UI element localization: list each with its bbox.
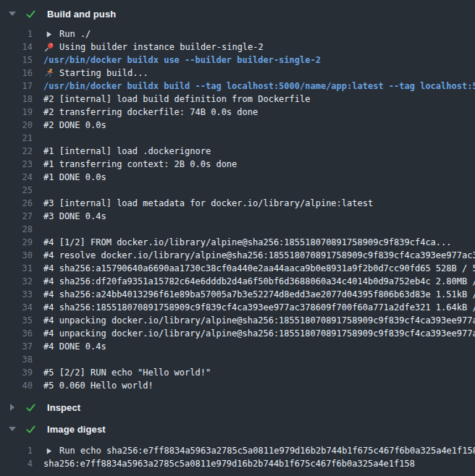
- line-number[interactable]: 30: [0, 250, 33, 260]
- log-text: Starting build...: [59, 68, 148, 78]
- section-title: Build and push: [47, 9, 116, 20]
- log-line: 4 sha256:e7ff8834a5963a2785c5a0811e979d1…: [0, 457, 475, 470]
- line-number[interactable]: 35: [0, 315, 33, 326]
- log-text: Using builder instance builder-single-2: [59, 42, 264, 52]
- log-line: 25: [0, 184, 475, 197]
- log-line: 32 #4 sha256:df20fa9351a15782c64e6dddb2d…: [0, 275, 475, 288]
- line-number[interactable]: 36: [0, 328, 33, 339]
- log-line: 26 #3 [internal] load metadata for docke…: [0, 197, 475, 210]
- log-text: #3 [internal] load metadata for docker.i…: [43, 198, 373, 208]
- section-header[interactable]: Inspect: [0, 399, 475, 415]
- line-number[interactable]: 28: [0, 224, 33, 234]
- log-text: #4 unpacking docker.io/library/alpine@sh…: [43, 315, 475, 326]
- log-text: #2 DONE 0.0s: [43, 120, 106, 130]
- log-text: #3 DONE 0.4s: [43, 211, 106, 221]
- log-line: 23 #1 transferring context: 2B 0.0s done: [0, 158, 475, 171]
- log-line: 34 #4 sha256:185518070891758909c9f839cf4…: [0, 301, 475, 314]
- play-icon[interactable]: [43, 446, 54, 456]
- log-text: #4 DONE 0.4s: [43, 341, 106, 352]
- line-number[interactable]: 1: [0, 446, 33, 456]
- log-text: #5 [2/2] RUN echo "Hello world!": [43, 367, 211, 378]
- log-section-build-and-push: Build and push 1 Run ./ 14 Using builder…: [0, 6, 475, 392]
- line-number[interactable]: 27: [0, 211, 33, 221]
- log-line: 21: [0, 132, 475, 145]
- log-text: #4 [1/2] FROM docker.io/library/alpine@s…: [43, 237, 452, 247]
- line-number[interactable]: 32: [0, 276, 33, 286]
- line-number[interactable]: 25: [0, 185, 33, 195]
- log-text: #1 transferring context: 2B 0.0s done: [43, 159, 237, 169]
- section-header[interactable]: Build and push: [0, 6, 475, 22]
- log-line: 17 /usr/bin/docker buildx build --tag lo…: [0, 80, 475, 93]
- line-number[interactable]: 22: [0, 146, 33, 156]
- log-section-image-digest: Image digest 1 Run echo sha256:e7ff8834a…: [0, 421, 475, 470]
- log-text: #5 0.060 Hello world!: [43, 381, 154, 391]
- log-line: 40 #5 0.060 Hello world!: [0, 379, 475, 392]
- line-number[interactable]: 17: [0, 81, 33, 91]
- line-number[interactable]: 20: [0, 120, 33, 130]
- line-number[interactable]: 18: [0, 94, 33, 104]
- log-text: #4 sha256:a15790640a6690aa1730c38cf0a440…: [43, 263, 475, 273]
- line-number[interactable]: 33: [0, 289, 33, 299]
- pushpin-icon: [43, 42, 54, 53]
- log-line: 27 #3 DONE 0.4s: [0, 210, 475, 223]
- line-number[interactable]: 38: [0, 354, 33, 365]
- log-text: Run ./: [59, 29, 91, 39]
- log-text: #4 unpacking docker.io/library/alpine@sh…: [43, 328, 475, 339]
- log-line: 36 #4 unpacking docker.io/library/alpine…: [0, 327, 475, 340]
- line-number[interactable]: 39: [0, 367, 33, 378]
- line-number[interactable]: 40: [0, 381, 33, 391]
- log-text: #2 transferring dockerfile: 74B 0.0s don…: [43, 107, 258, 117]
- workflow-log-viewer: Build and push 1 Run ./ 14 Using builder…: [0, 0, 475, 476]
- log-text: /usr/bin/docker buildx build --tag local…: [43, 81, 475, 91]
- log-line: 22 #1 [internal] load .dockerignore: [0, 145, 475, 158]
- log-text: sha256:e7ff8834a5963a2785c5a0811e979d16b…: [43, 459, 415, 469]
- line-number[interactable]: 31: [0, 263, 33, 273]
- line-number[interactable]: 19: [0, 107, 33, 117]
- chevron-down-icon[interactable]: [8, 427, 17, 431]
- log-text: #4 sha256:185518070891758909c9f839cf4ca3…: [43, 302, 475, 313]
- runner-icon: [43, 68, 54, 79]
- log-line: 18 #2 [internal] load build definition f…: [0, 93, 475, 106]
- line-number[interactable]: 4: [0, 459, 33, 469]
- line-number[interactable]: 26: [0, 198, 33, 208]
- log-line: 19 #2 transferring dockerfile: 74B 0.0s …: [0, 106, 475, 119]
- log-line: 28: [0, 223, 475, 236]
- line-number[interactable]: 21: [0, 133, 33, 143]
- line-number[interactable]: 16: [0, 68, 33, 78]
- line-number[interactable]: 15: [0, 55, 33, 65]
- chevron-right-icon[interactable]: [8, 404, 17, 411]
- check-icon: [25, 9, 36, 20]
- line-number[interactable]: 34: [0, 302, 33, 313]
- log-line: 14 Using builder instance builder-single…: [0, 41, 475, 54]
- line-number[interactable]: 1: [0, 29, 33, 39]
- log-line: 39 #5 [2/2] RUN echo "Hello world!": [0, 366, 475, 379]
- section-title: Image digest: [47, 424, 106, 435]
- section-log-lines: 1 Run echo sha256:e7ff8834a5963a2785c5a0…: [0, 444, 475, 470]
- chevron-down-icon[interactable]: [8, 12, 17, 16]
- log-line: 33 #4 sha256:a24bb4013296f61e89ba57005a7…: [0, 288, 475, 301]
- log-text: #1 [internal] load .dockerignore: [43, 146, 211, 156]
- log-line: 31 #4 sha256:a15790640a6690aa1730c38cf0a…: [0, 262, 475, 275]
- line-number[interactable]: 14: [0, 42, 33, 52]
- section-header[interactable]: Image digest: [0, 421, 475, 437]
- log-line: 1 Run ./: [0, 27, 475, 41]
- log-line: 20 #2 DONE 0.0s: [0, 119, 475, 132]
- log-line: 37 #4 DONE 0.4s: [0, 340, 475, 353]
- log-text: /usr/bin/docker buildx use --builder bui…: [43, 55, 321, 65]
- log-line: 30 #4 resolve docker.io/library/alpine@s…: [0, 249, 475, 262]
- log-line: 29 #4 [1/2] FROM docker.io/library/alpin…: [0, 236, 475, 249]
- log-text: #4 sha256:df20fa9351a15782c64e6dddb2d4a6…: [43, 276, 475, 286]
- log-text: #1 DONE 0.0s: [43, 172, 106, 182]
- log-line: 38: [0, 353, 475, 366]
- log-line: 15 /usr/bin/docker buildx use --builder …: [0, 54, 475, 67]
- play-icon[interactable]: [43, 29, 54, 40]
- check-icon: [25, 402, 36, 413]
- log-text: #4 sha256:a24bb4013296f61e89ba57005a7b3e…: [43, 289, 475, 299]
- line-number[interactable]: 23: [0, 159, 33, 169]
- line-number[interactable]: 29: [0, 237, 33, 247]
- log-text: #2 [internal] load build definition from…: [43, 94, 310, 104]
- section-log-lines: 1 Run ./ 14 Using builder instance build…: [0, 27, 475, 392]
- line-number[interactable]: 24: [0, 172, 33, 182]
- log-section-inspect: Inspect: [0, 399, 475, 415]
- line-number[interactable]: 37: [0, 341, 33, 352]
